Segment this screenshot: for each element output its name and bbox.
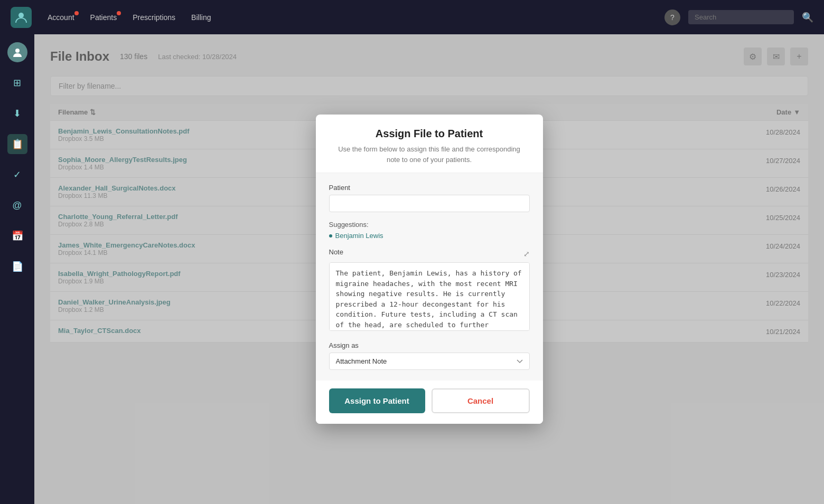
sidebar-inbox-icon[interactable]: 📋 [7, 134, 27, 154]
suggestions-label: Suggestions: [329, 221, 530, 229]
svg-point-1 [15, 49, 20, 53]
suggestion-dot [329, 234, 332, 237]
suggestions-group: Suggestions: Benjamin Lewis [329, 221, 530, 240]
cancel-button[interactable]: Cancel [432, 388, 530, 413]
patient-form-group: Patient [329, 184, 530, 212]
modal-footer: Assign to Patient Cancel [316, 381, 543, 424]
expand-icon[interactable]: ⤢ [523, 250, 530, 258]
sidebar-check-icon[interactable]: ✓ [7, 165, 27, 185]
app-logo[interactable] [11, 7, 32, 28]
patient-input[interactable] [329, 195, 530, 212]
note-textarea[interactable]: The patient, Benjamin Lewis, has a histo… [329, 262, 530, 331]
sidebar-dashboard-icon[interactable]: ⊞ [7, 73, 27, 93]
modal-body: Patient Suggestions: Benjamin Lewis [316, 173, 543, 381]
assign-as-label: Assign as [329, 341, 530, 349]
modal-subtitle: Use the form below to assign this file a… [332, 144, 527, 165]
nav-patients[interactable]: Patients [90, 13, 117, 22]
content-area: File Inbox 130 files Last checked: 10/28… [34, 34, 824, 504]
patient-label: Patient [329, 184, 530, 192]
sidebar-at-icon[interactable]: @ [7, 195, 27, 215]
modal-overlay: Assign File to Patient Use the form belo… [34, 34, 824, 504]
main-layout: ⊞ ⬇ 📋 ✓ @ 📅 📄 File Inbox 130 files Last … [0, 34, 824, 504]
assign-to-patient-button[interactable]: Assign to Patient [329, 388, 425, 413]
assign-file-modal: Assign File to Patient Use the form belo… [316, 115, 543, 424]
top-navigation: Account Patients Prescriptions Billing ?… [0, 0, 824, 34]
note-form-group: Note ⤢ The patient, Benjamin Lewis, has … [329, 248, 530, 333]
modal-header: Assign File to Patient Use the form belo… [316, 115, 543, 173]
assign-as-select[interactable]: Attachment Note Clinical Note Lab Result… [329, 353, 530, 370]
sidebar: ⊞ ⬇ 📋 ✓ @ 📅 📄 [0, 34, 34, 504]
modal-title: Assign File to Patient [332, 128, 527, 140]
nav-prescriptions[interactable]: Prescriptions [133, 13, 175, 22]
nav-account[interactable]: Account [48, 13, 74, 22]
svg-point-0 [18, 13, 24, 18]
nav-right: ? 🔍 [664, 9, 813, 25]
account-dot [74, 11, 79, 15]
nav-menu: Account Patients Prescriptions Billing [48, 13, 649, 22]
note-label: Note [329, 248, 343, 256]
patients-dot [117, 11, 121, 15]
assign-as-group: Assign as Attachment Note Clinical Note … [329, 341, 530, 370]
sidebar-download-icon[interactable]: ⬇ [7, 103, 27, 123]
help-button[interactable]: ? [664, 9, 680, 25]
nav-billing[interactable]: Billing [191, 13, 211, 22]
sidebar-avatar[interactable] [7, 42, 27, 62]
search-icon[interactable]: 🔍 [802, 12, 813, 23]
suggestion-benjamin-lewis[interactable]: Benjamin Lewis [329, 232, 530, 240]
sidebar-doc-icon[interactable]: 📄 [7, 256, 27, 277]
search-input[interactable] [688, 10, 794, 24]
sidebar-calendar-icon[interactable]: 📅 [7, 226, 27, 246]
